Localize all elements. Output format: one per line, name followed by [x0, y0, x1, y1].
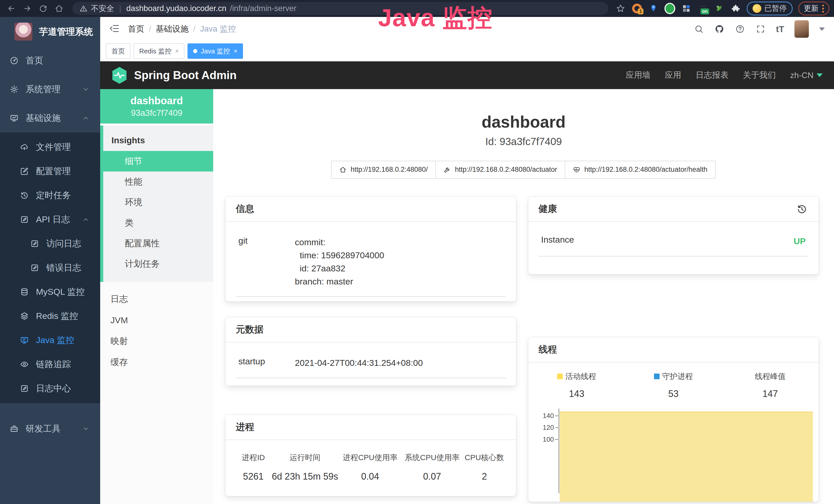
active-tab-dot	[193, 49, 197, 53]
sba-item-details[interactable]: 细节	[100, 151, 213, 171]
sba-item-environment[interactable]: 环境	[100, 192, 213, 212]
live-threads-value: 143	[528, 388, 625, 399]
infra-submenu: 文件管理 配置管理 定时任务 API 日志 访	[0, 133, 100, 403]
sba-locale-select[interactable]: zh-CN	[790, 71, 823, 80]
sba-nav-applications[interactable]: 应用	[665, 70, 681, 81]
close-icon[interactable]: ×	[234, 47, 237, 55]
extension-grid-icon[interactable]	[681, 3, 692, 14]
sba-item-caches[interactable]: 缓存	[100, 352, 213, 373]
spring-boot-admin-logo-icon	[111, 67, 127, 84]
user-avatar[interactable]	[794, 20, 809, 38]
table-row: Instance UP	[539, 231, 809, 256]
sba-item-jvm[interactable]: JVM	[100, 310, 213, 331]
health-url-button[interactable]: http://192.168.0.2:48080/actuator/health	[565, 161, 716, 179]
status-badge: UP	[794, 235, 806, 248]
sidebar-item-config[interactable]: 配置管理	[0, 159, 100, 183]
chevron-down-icon	[82, 425, 89, 432]
extension-switch-icon[interactable]: on	[697, 3, 708, 14]
sidebar-item-tracing[interactable]: 链路追踪	[0, 352, 100, 376]
security-label[interactable]: 不安全	[91, 3, 114, 14]
browser-reload-icon[interactable]	[37, 2, 50, 15]
fullscreen-icon[interactable]	[755, 24, 766, 34]
sba-nav-wallboard[interactable]: 应用墙	[626, 70, 650, 81]
sidebar-item-system[interactable]: 系统管理	[0, 75, 100, 104]
breadcrumb-separator: /	[144, 25, 156, 33]
sidebar-item-java-monitor[interactable]: Java 监控	[0, 328, 100, 352]
database-icon	[20, 288, 29, 296]
profile-avatar-icon	[752, 4, 761, 13]
home-icon	[339, 166, 347, 173]
sba-item-scheduled-tasks[interactable]: 计划任务	[100, 254, 213, 274]
browser-home-icon[interactable]	[52, 2, 66, 15]
address-divider: |	[118, 4, 123, 13]
app-logo	[14, 23, 32, 41]
card-title: 元数据	[236, 323, 264, 336]
sidebar-item-api-log[interactable]: API 日志	[0, 207, 100, 232]
tab-java-monitor[interactable]: Java 监控 ×	[188, 43, 243, 59]
live-threads-area	[560, 412, 813, 502]
sba-item-classes[interactable]: 类	[100, 212, 213, 233]
wrench-icon	[444, 166, 451, 173]
sidebar-item-infra[interactable]: 基础设施	[0, 104, 100, 133]
extension-on-badge: on	[700, 8, 709, 15]
sidebar-item-redis[interactable]: Redis 监控	[0, 304, 100, 328]
sba-nav-journal[interactable]: 日志报表	[696, 70, 728, 81]
help-icon[interactable]	[735, 24, 745, 34]
breadcrumb-home[interactable]: 首页	[128, 23, 144, 35]
breadcrumb-current: Java 监控	[200, 23, 236, 35]
monitor-icon	[10, 114, 19, 122]
bookmark-star-icon[interactable]	[615, 3, 626, 14]
browser-menu-icon[interactable]	[822, 5, 824, 13]
sba-item-mappings[interactable]: 映射	[100, 331, 213, 352]
table-row: git commit: time: 1596289704000 id: 27aa…	[236, 228, 506, 297]
sidebar-item-files[interactable]: 文件管理	[0, 135, 100, 159]
github-icon[interactable]	[714, 24, 725, 34]
extension-leaf-icon[interactable]	[714, 3, 725, 14]
tab-redis-monitor[interactable]: Redis 监控 ×	[134, 43, 184, 59]
close-icon[interactable]: ×	[175, 47, 179, 55]
url-path[interactable]: /infra/admin-server	[230, 4, 601, 13]
metadata-card: 元数据 startup 2021-04-27T00:44:31.254+08:0…	[225, 317, 516, 386]
sidebar-item-access-log[interactable]: 访问日志	[0, 232, 100, 256]
app-brand[interactable]: 芋道管理系统	[0, 17, 100, 46]
extensions-puzzle-icon[interactable]	[730, 3, 741, 14]
browser-actions: 1 on 已暂停 更新	[615, 2, 829, 16]
sidebar-item-dev-tools[interactable]: 研发工具	[0, 414, 100, 443]
health-history-icon[interactable]	[796, 203, 808, 215]
extension-pin-icon[interactable]	[648, 3, 659, 14]
address-bar[interactable]: 不安全 | dashboard.yudao.iocoder.cn /infra/…	[72, 2, 609, 15]
eye-icon	[20, 360, 29, 369]
threads-values: 143 53 147	[528, 388, 819, 399]
sba-nav-about[interactable]: 关于我们	[743, 70, 776, 81]
sba-item-metrics[interactable]: 性能	[100, 171, 213, 192]
sidebar-item-error-log[interactable]: 错误日志	[0, 256, 100, 280]
font-size-icon[interactable]: tT	[776, 24, 784, 34]
breadcrumb-infra[interactable]: 基础设施	[156, 23, 189, 35]
browser-forward-icon[interactable]	[21, 2, 34, 15]
sidebar-item-log-center[interactable]: 日志中心	[0, 376, 100, 400]
extension-badge: 1	[638, 8, 643, 15]
sidebar-item-mysql[interactable]: MySQL 监控	[0, 280, 100, 304]
search-icon[interactable]	[694, 24, 704, 34]
extension-green-circle-icon[interactable]	[664, 3, 675, 14]
sba-header: Spring Boot Admin 应用墙 应用 日志报表 关于我们 zh-CN	[100, 61, 834, 89]
browser-update-button[interactable]: 更新	[798, 2, 829, 16]
service-url-button[interactable]: http://192.168.0.2:48080/	[331, 161, 436, 179]
sba-item-logs[interactable]: 日志	[100, 289, 213, 310]
extension-orange-icon[interactable]: 1	[632, 3, 642, 14]
user-menu-caret-icon[interactable]	[819, 27, 825, 31]
profile-paused-chip[interactable]: 已暂停	[747, 2, 793, 16]
sidebar-collapse-icon[interactable]	[109, 23, 121, 35]
instance-header: dashboard 93a3fc7f7409	[100, 89, 213, 123]
metadata-key: startup	[238, 357, 295, 369]
actuator-url-button[interactable]: http://192.168.0.2:48080/actuator	[435, 161, 565, 179]
browser-back-icon[interactable]	[5, 2, 18, 15]
breadcrumb-separator: /	[189, 25, 200, 33]
url-host[interactable]: dashboard.yudao.iocoder.cn	[126, 4, 226, 13]
sidebar-item-jobs[interactable]: 定时任务	[0, 183, 100, 207]
tab-home[interactable]: 首页	[106, 43, 130, 59]
instance-links: http://192.168.0.2:48080/ http://192.168…	[213, 161, 834, 179]
sidebar-item-home[interactable]: 首页	[0, 46, 100, 75]
sba-item-config-props[interactable]: 配置属性	[100, 233, 213, 254]
heartbeat-icon	[573, 166, 580, 173]
